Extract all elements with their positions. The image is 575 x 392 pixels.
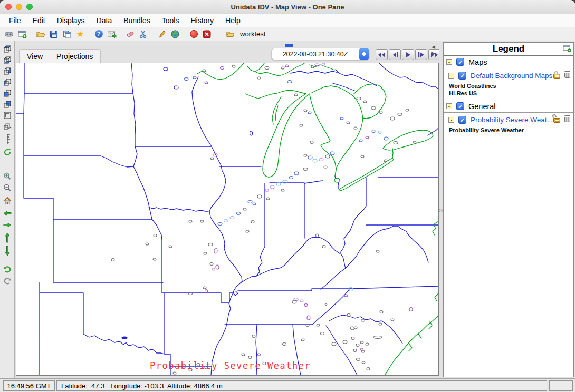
menu-data[interactable]: Data	[91, 16, 118, 25]
legend-panel: Legend Maps Default Background Maps Worl…	[443, 42, 574, 377]
time-animation-indicator[interactable]	[285, 44, 293, 47]
maps-visibility-checkbox[interactable]	[456, 58, 464, 66]
menu-history[interactable]: History	[185, 16, 219, 25]
open-folder-icon[interactable]	[35, 29, 46, 40]
clock-display: 16:49:56 GMT	[3, 380, 55, 391]
support-mail-icon[interactable]	[106, 29, 118, 40]
save-icon[interactable]	[48, 29, 60, 40]
redo-icon[interactable]	[2, 276, 13, 286]
title-bar: Unidata IDV - Map View - One Pane	[0, 0, 575, 14]
time-value: 2022-08-03 21:30:40Z	[272, 51, 359, 58]
default-background-maps-checkbox[interactable]	[458, 72, 466, 80]
legend-category-general: General	[444, 100, 573, 113]
menu-bundles[interactable]: Bundles	[118, 16, 156, 25]
collapse-minus-icon[interactable]	[448, 117, 454, 123]
stop-icon[interactable]	[188, 29, 199, 40]
trash-icon[interactable]	[564, 115, 570, 123]
float-legend-icon[interactable]	[563, 45, 571, 52]
collapse-left-icon[interactable]: ◀	[432, 44, 438, 50]
menu-displays[interactable]: Displays	[51, 16, 91, 25]
main-toolbar: ★ ? worktest	[0, 27, 575, 41]
legend-category-label: Maps	[468, 58, 487, 66]
trash-icon[interactable]	[564, 71, 570, 79]
probability-severe-weather-checkbox[interactable]	[458, 116, 466, 124]
map-view-menubar: View Projections	[19, 49, 101, 63]
new-display-icon[interactable]	[16, 29, 28, 40]
splitter[interactable]	[439, 41, 443, 378]
view-bottom-cube-icon[interactable]	[2, 55, 13, 65]
small-lakes	[122, 67, 253, 339]
copy-icon[interactable]	[61, 29, 73, 40]
eraser-icon[interactable]	[124, 29, 136, 40]
reset-box-icon[interactable]	[2, 111, 13, 120]
view-back-cube-icon[interactable]	[2, 100, 13, 109]
legend-sub-item: Hi-Res US	[444, 90, 573, 97]
default-background-maps-link[interactable]: Default Background Maps	[471, 72, 552, 80]
menu-view[interactable]: View	[27, 52, 43, 61]
favorites-star-icon[interactable]: ★	[74, 29, 86, 40]
globe-icon[interactable]	[169, 29, 181, 40]
edit-pencil-icon[interactable]	[156, 29, 168, 40]
cut-scissors-icon[interactable]	[138, 29, 149, 40]
idv-window: Unidata IDV - Map View - One Pane File E…	[0, 0, 575, 392]
coastlines	[197, 63, 438, 375]
dashboard-icon[interactable]	[3, 29, 15, 40]
probability-severe-weather-link[interactable]: Probability Severe Weat...	[471, 116, 553, 124]
legend-title: Legend	[493, 44, 524, 54]
step-back-button[interactable]	[389, 49, 401, 60]
step-forward-button[interactable]	[415, 49, 427, 60]
view-toolbar	[0, 41, 15, 378]
menu-edit[interactable]: Edit	[27, 16, 51, 25]
window-title: Unidata IDV - Map View - One Pane	[0, 3, 575, 11]
collapse-minus-icon[interactable]	[448, 73, 454, 79]
auto-rotate-icon[interactable]	[2, 148, 13, 157]
map-canvas[interactable]: Probability Severe Weather	[16, 63, 439, 376]
unlock-icon[interactable]	[553, 115, 561, 123]
help-icon[interactable]: ?	[93, 29, 104, 40]
home-icon[interactable]	[2, 196, 13, 205]
undo-icon[interactable]	[2, 264, 13, 274]
map-graphics: Probability Severe Weather	[16, 63, 438, 375]
zoom-in-icon[interactable]	[2, 172, 13, 181]
menu-projections[interactable]: Projections	[56, 52, 93, 61]
legend-category-label: General	[468, 102, 496, 111]
workspace-label[interactable]: worktest	[240, 30, 265, 38]
folder-icon	[224, 29, 236, 40]
view-right-cube-icon[interactable]	[2, 66, 13, 76]
pan-right-icon[interactable]	[2, 220, 13, 230]
view-front-cube-icon[interactable]	[2, 89, 13, 98]
pan-up-icon[interactable]	[2, 232, 13, 243]
time-select-combobox[interactable]: 2022-08-03 21:30:40Z	[271, 48, 369, 60]
probability-contours	[111, 63, 416, 374]
menu-help[interactable]: Help	[219, 16, 246, 25]
legend-sub-item: World Coastlines	[444, 82, 573, 90]
collapse-minus-icon[interactable]	[446, 103, 452, 109]
view-top-cube-icon[interactable]	[2, 44, 13, 54]
play-button[interactable]	[402, 49, 414, 60]
legend-sub-item: Probability Severe Weather	[444, 126, 573, 134]
view-left-cube-icon[interactable]	[2, 77, 13, 87]
legend-item-probability-severe-weather: Probability Severe Weat...	[444, 113, 573, 126]
pan-down-icon[interactable]	[2, 245, 13, 257]
status-bar: 16:49:56 GMT Latitude: 47.3 Longitude: -…	[0, 378, 575, 392]
zoom-out-icon[interactable]	[2, 183, 13, 193]
exit-icon[interactable]	[201, 29, 213, 40]
combobox-stepper-icon[interactable]	[359, 48, 369, 60]
pan-left-icon[interactable]	[2, 209, 13, 218]
map-display-label: Probability Severe Weather	[150, 360, 311, 371]
state-borders	[16, 63, 438, 375]
collapse-right-icon[interactable]: ▶	[432, 51, 438, 56]
lock-icon[interactable]	[553, 71, 561, 79]
menu-bar: File Edit Displays Data Bundles Tools Hi…	[0, 14, 575, 27]
memory-display	[549, 380, 573, 391]
splitter-collapse-arrows: ◀ ▶	[432, 44, 438, 56]
legend-category-maps: Maps	[444, 56, 573, 68]
vertical-scale-icon[interactable]	[2, 133, 13, 145]
splitter-handle[interactable]	[439, 209, 443, 212]
go-to-start-button[interactable]	[376, 49, 388, 60]
collapse-minus-icon[interactable]	[446, 59, 452, 65]
general-visibility-checkbox[interactable]	[456, 102, 464, 110]
menu-file[interactable]: File	[3, 16, 27, 25]
menu-tools[interactable]: Tools	[156, 16, 185, 25]
legend-item-default-background-maps: Default Background Maps	[444, 68, 573, 82]
